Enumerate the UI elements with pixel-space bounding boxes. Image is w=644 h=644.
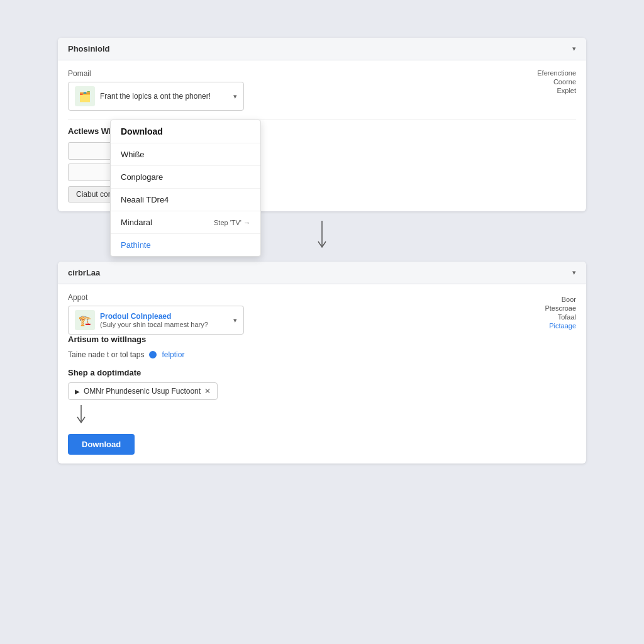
bottom-card-title: cirbrLaa <box>68 268 100 277</box>
download-button[interactable]: Download <box>68 434 135 455</box>
top-card-collapse-icon[interactable]: ▾ <box>572 45 576 53</box>
top-link-3[interactable]: Explet <box>557 87 576 94</box>
arrow-down-svg <box>316 221 328 252</box>
radio-row-label: Taine nade t or tol taps <box>68 350 144 359</box>
menu-item-neaali-label: Neaali TDre4 <box>121 195 169 204</box>
bottom-link-3[interactable]: Tofaal <box>558 313 576 321</box>
bottom-link-blue[interactable]: Pictaage <box>549 322 576 330</box>
radio-row: Taine nade t or tol taps felptior <box>68 350 576 359</box>
radio-dot[interactable] <box>149 351 157 358</box>
radio-option-label[interactable]: felptior <box>162 350 184 359</box>
top-section-label: Pomail <box>68 69 576 78</box>
top-link-1[interactable]: Eferenctione <box>537 69 576 77</box>
dropdown-menu: Download Whiße Conplogare Neaali TDre4 M… <box>110 119 261 257</box>
bottom-product-sub: (Suly your shin tocal mamest hary? <box>100 321 230 328</box>
menu-item-conplogare-label: Conplogare <box>121 172 163 182</box>
bottom-arrow-svg <box>75 405 87 428</box>
top-card-header: Phosiniold ▾ <box>58 38 586 60</box>
bottom-card-body: Appot 🏗️ Prodoul Colnpleaed (Suly your s… <box>58 284 586 464</box>
menu-item-whise-label: Whiße <box>121 150 145 159</box>
menu-item-conplogare[interactable]: Conplogare <box>111 166 260 189</box>
bottom-chevron-down-icon: ▾ <box>233 316 237 325</box>
arrow-connector <box>316 211 328 262</box>
bottom-product-dropdown[interactable]: 🏗️ Prodoul Colnpleaed (Suly your shin to… <box>68 306 244 335</box>
menu-item-mindaral-suffix: Step 'TV' → <box>214 219 250 226</box>
bottom-card-header: cirbrLaa ▾ <box>58 262 586 284</box>
menu-item-pathinte[interactable]: Pathinte <box>111 234 260 256</box>
top-chevron-down-icon: ▾ <box>233 92 237 101</box>
menu-item-neaali[interactable]: Neaali TDre4 <box>111 189 260 211</box>
menu-item-pathinte-label: Pathinte <box>121 240 151 250</box>
bottom-card: cirbrLaa ▾ Appot 🏗️ Prodoul Colnpleaed (… <box>58 262 586 464</box>
bottom-section-subtitle: Artisum to witlInags <box>68 335 576 344</box>
selected-file-chip[interactable]: ▶ OMNr Phundesenic Usup Fuctoont ✕ <box>68 382 218 400</box>
bottom-product-title: Prodoul Colnpleaed <box>100 312 230 321</box>
top-right-links: Eferenctione Coorne Explet <box>537 69 576 94</box>
bottom-section-label: Appot <box>68 293 576 302</box>
bottom-right-links: Boor Ptescroae Tofaal Pictaage <box>545 296 576 330</box>
bottom-link-1[interactable]: Boor <box>562 296 576 303</box>
top-product-icon: 🗂️ <box>75 86 95 106</box>
top-product-dropdown[interactable]: 🗂️ Frant the lopics a ont the phoner! ▾ <box>68 82 244 111</box>
bottom-card-collapse-icon[interactable]: ▾ <box>572 269 576 277</box>
top-dropdown-row: 🗂️ Frant the lopics a ont the phoner! ▾ <box>68 82 576 111</box>
play-icon: ▶ <box>75 388 80 395</box>
menu-item-whise[interactable]: Whiße <box>111 143 260 166</box>
step-section-label: Shep a doptimdate <box>68 368 576 377</box>
selected-file-text: OMNr Phundesenic Usup Fuctoont <box>84 387 201 396</box>
bottom-arrow-connector <box>68 405 576 428</box>
bottom-product-texts: Prodoul Colnpleaed (Suly your shin tocal… <box>100 312 230 328</box>
menu-item-mindaral-label: Mindaral <box>121 218 152 227</box>
top-card-title: Phosiniold <box>68 44 109 53</box>
menu-item-download-label: Download <box>121 126 163 136</box>
top-link-2[interactable]: Coorne <box>553 78 576 86</box>
bottom-product-icon: 🏗️ <box>75 310 95 330</box>
bottom-dropdown-row: 🏗️ Prodoul Colnpleaed (Suly your shin to… <box>68 306 576 335</box>
close-icon[interactable]: ✕ <box>204 387 211 396</box>
bottom-link-2[interactable]: Ptescroae <box>545 304 576 312</box>
menu-item-download[interactable]: Download <box>111 120 260 143</box>
menu-item-mindaral[interactable]: Mindaral Step 'TV' → <box>111 211 260 234</box>
top-product-text: Frant the lopics a ont the phoner! <box>100 92 230 101</box>
